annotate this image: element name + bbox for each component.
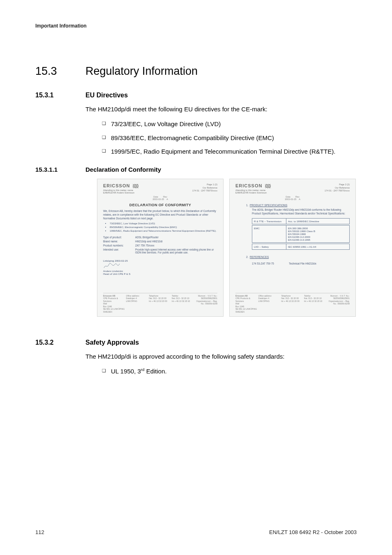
- heading-2-title: Safety Approvals: [85, 339, 139, 346]
- ref-value: 174 01 - ZAT 75975/xxxx: [325, 189, 350, 192]
- ref-label: Our Reference: [335, 187, 350, 189]
- doc-id: EN/LZT 108 6492 R2 - October 2003: [269, 529, 357, 535]
- safety-standards-list: UL 1950, 3rd Edition.: [102, 367, 357, 376]
- ericsson-logo: ERICSSON: [103, 183, 138, 188]
- running-head: Important Information: [35, 23, 357, 29]
- ericsson-logo: ERICSSON: [235, 183, 271, 188]
- row-value: ADSL Bridge/Router: [135, 235, 217, 239]
- row-label: Brand name:: [103, 239, 135, 243]
- footer-mail-label: Mail: [103, 302, 107, 305]
- spec-value: IEC 60950:1991 + A1-A4: [286, 244, 350, 250]
- footer-vat: Momsnr. - V.A.T. No.: SE556058625801: [198, 295, 217, 300]
- heading-1-title: Regulatory Information: [85, 65, 198, 78]
- footer-vat: Momsnr. - V.A.T. No.: SE556058625801: [330, 295, 350, 300]
- footer-tel: Nat. 013 - 32 20 00 Int + 46 13 32 20 00: [281, 297, 300, 302]
- list-item: 89/336/EEC, Electromagnetic Compatibilit…: [110, 226, 217, 229]
- spec-label: EMC: [252, 225, 286, 243]
- date-value: 2003-02-25: [152, 198, 164, 200]
- footer-office: Datalinjen 4 LINKÖPING: [126, 297, 137, 302]
- declaration-page-1: ERICSSON Attending to this matter, nameE…: [97, 179, 224, 317]
- list-item: UL 1950, 3rd Edition.: [102, 367, 357, 376]
- sec2-title: REFERENCES: [250, 256, 269, 258]
- list-item: 73/23/EEC, Low Voltage Directive (LVD): [102, 120, 357, 129]
- ref-code: 174 53-ZAT 759 75: [252, 262, 289, 266]
- rev-value: A: [166, 198, 168, 200]
- footer-tel: Nat. 013 - 32 20 00 Int + 46 13 32 20 00: [149, 297, 167, 302]
- signature-icon: [103, 262, 124, 269]
- footer-tel-label: Telephone: [281, 295, 291, 297]
- footer-mail: Box 1248 SE-581 12 LINKÖPING SWEDEN: [235, 305, 257, 313]
- heading-3-doc: 15.3.1.1 Declaration of Conformity: [35, 166, 357, 173]
- heading-1-number: 15.3: [35, 65, 85, 78]
- footer-fax: Nat. 013 - 32 20 10 Int + 46 13 32 20 10: [304, 297, 323, 302]
- footer-org: Organisationsnr – Reg. No.: 556056-6258: [196, 300, 217, 305]
- sec1-text: The ADSL Bridge/ Router HM210dp and HM21…: [252, 208, 350, 216]
- footer-office: Datalinjen 4 LINKÖPING: [258, 297, 270, 302]
- heading-3-number: 15.3.1.1: [35, 166, 85, 173]
- spec-label: LVD – Safety: [252, 244, 286, 250]
- list-item: 1999/5/EC, Radio Equipment and Telecommu…: [110, 229, 217, 233]
- declaration-title: DECLARATION OF CONFORMITY: [103, 203, 217, 207]
- list-item: 89/336/EEC, Electromagnetic Compatibilit…: [102, 134, 357, 143]
- list-item: 1999/5/EC, Radio Equipment and Telecommu…: [102, 147, 357, 156]
- row-value: HM210dp and HM210di: [135, 239, 217, 243]
- footer-mail: Box 1248 SE-581 12 LINKÖPING SWEDEN: [103, 305, 125, 313]
- spec-value: Acc. to 1999/5/EC Directive: [286, 218, 350, 224]
- footer-office-label: Office address: [126, 295, 139, 297]
- attending-value: EAB/RJZ/XR Anders Svensson: [103, 191, 134, 194]
- footer-org: Organisationsnr – Reg. No.: 556056-6258: [329, 300, 350, 305]
- section-safety-body: The HM210dp/di is approved according to …: [85, 352, 357, 376]
- scan-footer: Ericsson ABCPE Products & SolutionsMailB…: [103, 293, 217, 313]
- heading-3-title: Declaration of Conformity: [85, 166, 161, 173]
- footer-fax-label: Telefax: [304, 295, 311, 297]
- footer-company: Ericsson AB: [235, 295, 248, 297]
- sec2-num: 2.: [246, 256, 248, 258]
- page-footer: 112 EN/LZT 108 6492 R2 - October 2003: [35, 529, 357, 535]
- footer-tel-label: Telephone: [149, 295, 158, 297]
- heading-2-eu: 15.3.1 EU Directives: [35, 92, 357, 99]
- footer-fax: Nat. 013 - 32 20 10 Int + 46 13 32 20 10: [172, 297, 190, 302]
- signature-name: Anders Lindström: [103, 269, 217, 272]
- heading-1: 15.3 Regulatory Information: [35, 65, 357, 78]
- signature-role: Head of Unit CPE P & S: [103, 272, 217, 275]
- rev-value: A: [299, 198, 300, 200]
- ericsson-bars-icon: [133, 184, 138, 188]
- section-eu-body: The HM210dp/di meet the following EU dir…: [85, 105, 357, 156]
- safety-intro-text: The HM210dp/di is approved according to …: [85, 352, 357, 361]
- sec1-num: 1.: [246, 204, 248, 207]
- footer-mail-label: Mail: [235, 302, 239, 305]
- row-label: Intended use:: [103, 247, 135, 254]
- row-value: Provide high-speed Internet access over …: [135, 247, 217, 254]
- scan-page-number: Page 2 (2): [325, 183, 350, 187]
- declaration-scan: ERICSSON Attending to this matter, nameE…: [97, 179, 356, 317]
- signature-block: Linköping 2003-02-25 Anders Lindström He…: [103, 259, 217, 275]
- heading-2-number: 15.3.2: [35, 339, 85, 346]
- ref-label: Our Reference: [203, 187, 217, 189]
- heading-2-safety: 15.3.2 Safety Approvals: [35, 339, 357, 346]
- page-number: 112: [35, 529, 44, 535]
- spec-label: R & TTE – Transmission: [252, 218, 286, 224]
- declaration-product-table: Type of product:ADSL Bridge/Router Brand…: [103, 235, 217, 254]
- declaration-directives-list: 73/23/EEC, Low Voltage Directive (LVD) 8…: [106, 222, 217, 233]
- eu-intro-text: The HM210dp/di meet the following EU dir…: [85, 105, 357, 114]
- ref-desc: Technical File HM210dx: [289, 262, 350, 266]
- attending-value: EAB/RJZ/XR Anders Svensson: [235, 191, 267, 194]
- footer-unit: CPE Products & Solutions: [235, 297, 250, 302]
- declaration-intro: We, Ericsson AB, hereby declare that the…: [103, 210, 217, 220]
- eu-directives-list: 73/23/EEC, Low Voltage Directive (LVD) 8…: [102, 120, 357, 156]
- sec1-title: PRODUCT SPECIFICATIONS: [250, 204, 288, 207]
- row-label: Product numbers:: [103, 243, 135, 247]
- row-label: Type of product:: [103, 235, 135, 239]
- document-page: Important Information 15.3 Regulatory In…: [0, 0, 392, 555]
- date-value: 2003-02-25: [285, 198, 296, 200]
- scan-page-number: Page 1 (2): [192, 183, 217, 187]
- footer-company: Ericsson AB: [103, 295, 115, 297]
- heading-2-title: EU Directives: [85, 92, 128, 99]
- signature-place-date: Linköping 2003-02-25: [103, 259, 217, 262]
- declaration-page-2: ERICSSON Attending to this matter, nameE…: [229, 179, 356, 317]
- ericsson-bars-icon: [265, 184, 271, 188]
- footer-unit: CPE Products & Solutions: [103, 297, 118, 302]
- footer-office-label: Office address: [258, 295, 272, 297]
- scan-footer: Ericsson ABCPE Products & SolutionsMailB…: [235, 293, 350, 313]
- ref-value: 174 01 - ZAT 75975/xxxx: [192, 189, 217, 192]
